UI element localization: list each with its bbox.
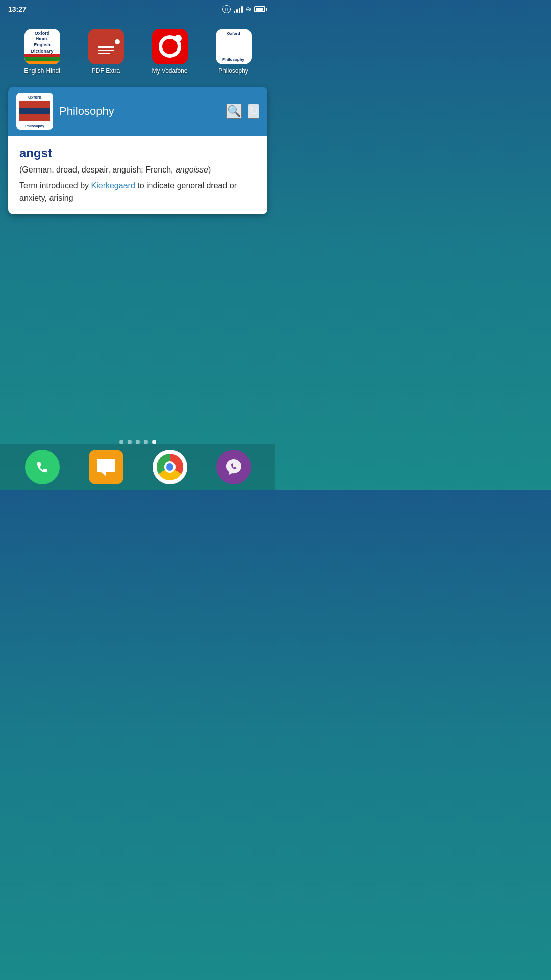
app-english-hindi[interactable]: OxfordHindi-EnglishDictionary English-Hi… [17,29,68,75]
widget-icon-bottom-text: Philosophy [16,123,53,130]
widget-actions: 🔍 ↻ [226,104,259,119]
battery-icon [254,6,267,12]
kierkegaard-link[interactable]: Kierkegaard [91,181,135,190]
svg-marker-1 [101,472,106,476]
status-time: 13:27 [8,5,27,13]
status-icons: R ⊖ [222,5,267,13]
dock-phone[interactable] [25,450,60,484]
dot-3 [136,440,140,444]
app-label-vodafone: My Vodafone [152,67,187,75]
wifi-icon: ⊖ [246,6,251,13]
status-bar: 13:27 R ⊖ [0,0,276,16]
chrome-icon [157,454,183,480]
app-my-vodafone[interactable]: My Vodafone [144,29,195,75]
dock-chrome[interactable] [153,450,187,484]
dock-icon-phone [25,450,60,484]
dot-5-active [152,440,156,444]
etymology-text: (German, dread, despair, anguish; French… [19,165,211,174]
app-icon-vodafone [152,29,188,64]
viber-icon [224,457,243,477]
registered-icon: R [222,5,231,13]
widget-header: Oxford Philosophy Philosophy 🔍 ↻ [8,87,267,136]
dock-messages[interactable] [89,450,123,484]
app-label-english-hindi: English-Hindi [24,67,60,75]
messages-icon [96,458,116,476]
word-title: angst [19,146,256,160]
widget-title: Philosophy [59,105,220,118]
word-definition: Term introduced by Kierkegaard to indica… [19,180,256,204]
dock-icon-chrome [153,450,187,484]
app-pdf-extra[interactable]: PDF Extra [81,29,132,75]
page-dots [0,440,276,444]
dot-4 [144,440,148,444]
dock [0,444,276,490]
dock-icon-messages [89,450,123,484]
refresh-button[interactable]: ↻ [248,104,259,119]
app-grid: OxfordHindi-EnglishDictionary English-Hi… [0,20,276,83]
dot-1 [119,440,123,444]
phone-icon [33,458,52,476]
app-label-pdf-extra: PDF Extra [92,67,120,75]
chrome-center-icon [164,461,176,473]
dock-icon-viber [216,450,251,484]
app-icon-pdf-extra [88,29,124,64]
app-oxford-philosophy[interactable]: Oxford Philosophy Philosophy [208,29,259,75]
definition-text-start: Term introduced by [19,181,91,190]
signal-strength-icon [234,6,243,13]
dot-2 [128,440,132,444]
search-button[interactable]: 🔍 [226,104,242,119]
widget-icon-stripes [19,101,50,121]
word-etymology: (German, dread, despair, anguish; French… [19,164,256,176]
app-icon-philosophy: Oxford Philosophy [216,29,252,64]
svg-rect-0 [97,459,115,472]
widget-icon-top-text: Oxford [16,93,53,101]
dock-viber[interactable] [216,450,251,484]
widget-content: angst (German, dread, despair, anguish; … [8,136,267,214]
app-label-philosophy: Philosophy [218,67,248,75]
widget-icon: Oxford Philosophy [16,93,53,130]
philosophy-widget: Oxford Philosophy Philosophy 🔍 ↻ angst (… [8,87,267,214]
app-icon-english-hindi: OxfordHindi-EnglishDictionary [24,29,60,64]
